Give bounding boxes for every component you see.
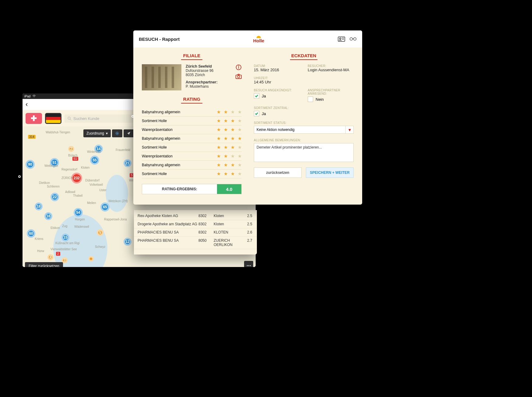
row-name: Drogerie Apotheke am Stadtplatz AG	[138, 222, 198, 226]
rapport-header: BESUCH - Rapport Holle	[133, 30, 362, 47]
more-menu-button[interactable]	[244, 261, 253, 267]
back-chevron-icon[interactable]: ‹	[26, 100, 28, 108]
star-icon[interactable]: ★	[238, 118, 242, 124]
id-card-icon[interactable]	[338, 36, 345, 42]
map-cluster[interactable]: 60	[27, 229, 35, 238]
list-row[interactable]: Drogerie Apotheke am Stadtplatz AG8302Kl…	[134, 220, 257, 228]
chevron-down-icon: ▾	[345, 126, 353, 133]
map-cluster[interactable]	[88, 256, 94, 262]
info-icon[interactable]	[236, 64, 242, 70]
map-cluster[interactable]: 21	[124, 159, 131, 167]
list-row[interactable]: Rex-Apotheke Kloten AG8302Kloten2.5	[134, 212, 257, 220]
map-place-label: Wil	[129, 179, 133, 182]
camera-icon[interactable]	[236, 73, 242, 79]
star-icon[interactable]: ★	[231, 136, 235, 141]
star-icon[interactable]: ★	[217, 118, 221, 124]
star-icon[interactable]: ★	[224, 127, 228, 132]
rating-label: Babynahrung allgemein	[142, 110, 180, 114]
flag-germany[interactable]	[45, 113, 61, 124]
store-city: 8035 Zürich	[186, 73, 231, 77]
star-icon[interactable]: ★	[231, 118, 235, 124]
rating-label: Babynahrung allgemein	[142, 163, 180, 167]
star-icon[interactable]: ★	[238, 171, 242, 177]
star-icon[interactable]: ★	[217, 145, 221, 150]
star-icon[interactable]: ★	[231, 145, 235, 150]
map-place-label: Waldshut-Tiengen	[46, 131, 70, 134]
map-cluster[interactable]: 90	[26, 160, 35, 169]
star-icon[interactable]: ★	[238, 162, 242, 168]
target-button[interactable]	[112, 129, 122, 137]
reset-button[interactable]: zurücksetzen	[254, 167, 302, 178]
star-icon[interactable]: ★	[224, 145, 228, 150]
rating-label: Sortiment Holle	[142, 145, 167, 149]
save-continue-button[interactable]: SPEICHERN + WEITER	[306, 167, 354, 178]
checkbox-angekuendigt[interactable]	[254, 93, 259, 99]
svg-line-1	[70, 119, 71, 120]
rating-label: Sortiment Holle	[142, 119, 167, 123]
star-icon[interactable]: ★	[224, 162, 228, 168]
flag-switzerland[interactable]: ✚	[26, 113, 42, 124]
rating-label: Sortiment Holle	[142, 172, 167, 176]
rating-row: Babynahrung allgemein★★★★	[142, 108, 242, 117]
star-icon[interactable]: ★	[224, 118, 228, 124]
map-cluster[interactable]: 18	[35, 202, 43, 210]
map-cluster[interactable]: 15	[61, 234, 69, 241]
star-icon[interactable]: ★	[217, 127, 221, 132]
row-name: PHARMACIES BENU SA	[138, 238, 198, 247]
star-icon[interactable]: ★	[224, 171, 228, 177]
rating-row: Sortiment Holle★★★★	[142, 170, 242, 178]
star-icon[interactable]: ★	[231, 162, 235, 168]
row-rating: 2.7	[247, 238, 259, 247]
star-icon[interactable]: ★	[238, 145, 242, 150]
star-icon[interactable]: ★	[217, 109, 221, 115]
map-cluster[interactable]: 22	[51, 193, 59, 201]
star-icon[interactable]: ★	[238, 136, 242, 141]
map-cluster[interactable]: 2	[68, 146, 74, 152]
star-icon[interactable]: ★	[238, 127, 242, 132]
star-icon[interactable]: ★	[231, 171, 235, 177]
checkbox-anwesend[interactable]	[308, 97, 313, 102]
map-cluster[interactable]: 65	[100, 202, 110, 212]
brand-logo: Holle	[253, 35, 264, 43]
map-place-label: Horgen	[75, 218, 85, 221]
locate-button[interactable]	[124, 129, 134, 137]
star-icon[interactable]: ★	[224, 136, 228, 141]
star-icon[interactable]: ★	[231, 109, 235, 115]
map-place-label: Winterthur	[87, 150, 101, 153]
star-icon[interactable]: ★	[238, 153, 242, 159]
list-row[interactable]: PHARMACIES BENU SA8302KLOTEN2.6	[134, 228, 257, 237]
map-cluster[interactable]: 12	[124, 238, 131, 246]
star-icon[interactable]: ★	[224, 109, 228, 115]
status-select[interactable]: Keine Aktion notwendig ▾	[254, 126, 354, 134]
road-badge: 2	[56, 252, 60, 256]
star-icon[interactable]: ★	[238, 109, 242, 115]
star-icon[interactable]: ★	[231, 127, 235, 132]
rating-result-value: 4.0	[217, 184, 241, 194]
star-icon[interactable]: ★	[217, 153, 221, 159]
map-cluster[interactable]: 16	[44, 212, 52, 220]
reset-filter-label: Filter zurücksetzen	[29, 264, 59, 267]
svg-point-12	[238, 66, 239, 66]
map-cluster[interactable]: 5	[97, 229, 103, 236]
angekuendigt-value: Ja	[262, 94, 266, 98]
target-icon	[115, 131, 119, 135]
results-list: Rex-Apotheke Kloten AG8302Kloten2.5Droge…	[134, 210, 257, 255]
map-cluster[interactable]: 54	[74, 208, 83, 217]
bemerkungen-textarea[interactable]: Demeter Artikel prominenter platzieren..…	[254, 143, 354, 162]
row-ort: ZUERICH OERLIKON	[214, 238, 247, 247]
list-row[interactable]: PHARMACIES BENU SA8050ZUERICH OERLIKON2.…	[134, 237, 257, 249]
star-icon[interactable]: ★	[217, 162, 221, 168]
reset-filter-button[interactable]: Filter zurücksetzen	[25, 262, 63, 267]
svg-point-9	[354, 38, 356, 40]
star-icon[interactable]: ★	[217, 136, 221, 141]
map-cluster[interactable]: 4	[47, 254, 54, 260]
star-icon[interactable]: ★	[231, 153, 235, 159]
star-icon[interactable]: ★	[217, 171, 221, 177]
map-place-label: Zug	[62, 224, 67, 228]
checkbox-zentral[interactable]	[254, 111, 259, 116]
map-cluster[interactable]: 55	[90, 156, 99, 165]
sort-dropdown[interactable]: Zuordnung ▾	[83, 129, 111, 137]
header-actions	[338, 36, 357, 42]
star-icon[interactable]: ★	[224, 153, 228, 159]
glasses-icon[interactable]	[349, 36, 357, 42]
